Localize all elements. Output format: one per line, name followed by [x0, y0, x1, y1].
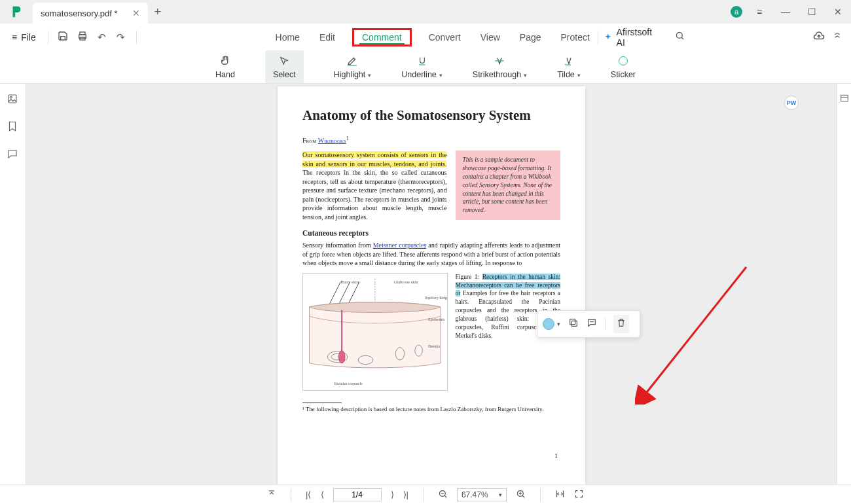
page-input[interactable] — [333, 488, 382, 501]
menu-bar: ≡ File ↶ ↷ Home Edit Comment Convert Vie… — [0, 24, 851, 50]
ribbon-toolbar: Hand Select Highlight Underline Striketh… — [0, 50, 851, 84]
svg-point-22 — [338, 350, 345, 363]
app-logo-icon — [9, 5, 24, 19]
delete-icon[interactable] — [613, 315, 629, 333]
svg-line-27 — [645, 267, 746, 395]
diagram-label-glabrous: Glabrous skin — [393, 279, 418, 283]
color-swatch-icon[interactable] — [543, 318, 554, 330]
tab-convert[interactable]: Convert — [426, 31, 463, 44]
window-maximize-icon[interactable]: ☐ — [799, 7, 825, 17]
separator — [540, 488, 541, 501]
sparkle-icon — [604, 33, 613, 42]
strikethrough-tool[interactable]: Strikethrough — [473, 54, 527, 79]
convert-to-word-badge[interactable]: PW — [784, 96, 799, 110]
fit-width-icon[interactable] — [555, 489, 565, 501]
pdf-page: Anatomy of the Somatosensory System From… — [278, 86, 585, 484]
panel-toggle-icon[interactable] — [839, 93, 850, 103]
fullscreen-icon[interactable] — [574, 489, 584, 501]
svg-line-33 — [444, 495, 446, 497]
close-tab-icon[interactable]: ✕ — [132, 9, 140, 18]
window-close-icon[interactable]: ✕ — [825, 7, 851, 17]
tab-edit[interactable]: Edit — [317, 31, 338, 44]
body-paragraph-1: Our somatosensory system consists of sen… — [302, 151, 446, 221]
sticker-tool[interactable]: Sticker — [611, 54, 636, 79]
strikethrough-icon — [494, 54, 505, 67]
skin-diagram: Hairy skin Glabrous skin Papillary Ridge… — [302, 273, 448, 391]
meissner-link[interactable]: Meissner corpuscles — [373, 242, 427, 249]
sticker-icon — [619, 54, 628, 67]
print-icon[interactable] — [73, 31, 92, 43]
select-tool[interactable]: Select — [265, 50, 304, 83]
prev-page-icon[interactable]: ⟨ — [321, 490, 324, 499]
zoom-in-icon[interactable] — [516, 489, 526, 501]
document-title: Anatomy of the Somatosensory System — [302, 107, 560, 124]
redo-icon[interactable]: ↷ — [111, 31, 130, 43]
svg-rect-8 — [9, 95, 16, 103]
svg-text:Dermis: Dermis — [428, 344, 441, 348]
comment-icon[interactable] — [587, 317, 597, 331]
last-page-icon[interactable]: ⟩| — [403, 490, 408, 499]
window-minimize-icon[interactable]: — — [772, 7, 799, 17]
chevron-down-icon: ▾ — [499, 492, 502, 498]
svg-rect-28 — [841, 95, 848, 101]
add-tab-button[interactable]: + — [154, 5, 162, 19]
svg-line-37 — [522, 495, 524, 497]
footnote-rule — [302, 403, 342, 403]
subheading: Cutaneous receptors — [302, 229, 560, 237]
tilde-tool[interactable]: Tilde — [557, 54, 581, 79]
save-icon[interactable] — [54, 31, 73, 43]
document-source: From Wikibooks1 — [302, 135, 560, 144]
zoom-select[interactable]: 67.47% ▾ — [457, 488, 507, 501]
search-icon[interactable] — [675, 31, 685, 43]
svg-text:Papillary Ridges: Papillary Ridges — [425, 296, 446, 300]
scroll-to-top-icon[interactable] — [267, 489, 276, 500]
svg-rect-24 — [571, 321, 577, 326]
separator — [291, 488, 291, 501]
undo-icon[interactable]: ↶ — [92, 31, 111, 43]
highlight-context-popup: ▾ — [537, 310, 640, 338]
file-menu[interactable]: ≡ File — [5, 29, 43, 45]
cursor-icon — [279, 54, 289, 67]
canvas[interactable]: Anatomy of the Somatosensory System From… — [26, 84, 837, 484]
wikibooks-link[interactable]: Wikibooks — [318, 137, 346, 144]
menu-icon: ≡ — [12, 32, 17, 43]
thumbnails-icon[interactable] — [7, 93, 20, 106]
color-dropdown-icon[interactable]: ▾ — [557, 321, 560, 327]
document-tab[interactable]: somatosensory.pdf * ✕ — [33, 3, 148, 24]
bookmarks-icon[interactable] — [7, 120, 20, 134]
bottom-bar: |⟨ ⟨ ⟩ ⟩| 67.47% ▾ — [0, 484, 851, 504]
cloud-upload-icon[interactable] — [813, 30, 825, 45]
svg-text:Pacinian corpuscle: Pacinian corpuscle — [335, 382, 363, 386]
underline-icon — [417, 54, 427, 67]
tilde-icon — [563, 54, 575, 67]
tab-home[interactable]: Home — [273, 31, 302, 44]
highlight-tool[interactable]: Highlight — [334, 54, 372, 79]
highlight-icon — [346, 54, 358, 67]
main-area: Anatomy of the Somatosensory System From… — [0, 84, 851, 484]
copy-icon[interactable] — [568, 317, 579, 331]
svg-point-3 — [677, 33, 683, 39]
separator — [598, 31, 598, 44]
first-page-icon[interactable]: |⟨ — [306, 490, 311, 499]
hand-icon — [219, 54, 231, 67]
tab-view[interactable]: View — [478, 31, 503, 44]
tab-protect[interactable]: Protect — [558, 31, 592, 44]
collapse-ribbon-icon[interactable] — [833, 31, 842, 43]
svg-rect-25 — [570, 319, 575, 325]
hamburger-menu-icon[interactable]: ≡ — [746, 7, 772, 17]
tab-comment-highlighted: Comment — [352, 28, 412, 46]
separator — [136, 31, 137, 44]
ai-button[interactable]: Afirstsoft AI — [604, 27, 662, 48]
tab-comment[interactable]: Comment — [359, 31, 405, 45]
comments-panel-icon[interactable] — [7, 148, 20, 161]
user-avatar[interactable]: a — [731, 6, 742, 18]
next-page-icon[interactable]: ⟩ — [391, 490, 394, 499]
yellow-highlight[interactable]: Our somatosensory system consists of sen… — [302, 151, 446, 168]
page-number: 1 — [554, 452, 558, 459]
menu-tabs: Home Edit Comment Convert View Page Prot… — [273, 28, 592, 46]
title-bar: somatosensory.pdf * ✕ + a ≡ — ☐ ✕ — [0, 0, 851, 24]
underline-tool[interactable]: Underline — [401, 54, 443, 79]
tab-page[interactable]: Page — [517, 31, 544, 44]
zoom-out-icon[interactable] — [438, 489, 448, 501]
hand-tool[interactable]: Hand — [215, 54, 235, 79]
